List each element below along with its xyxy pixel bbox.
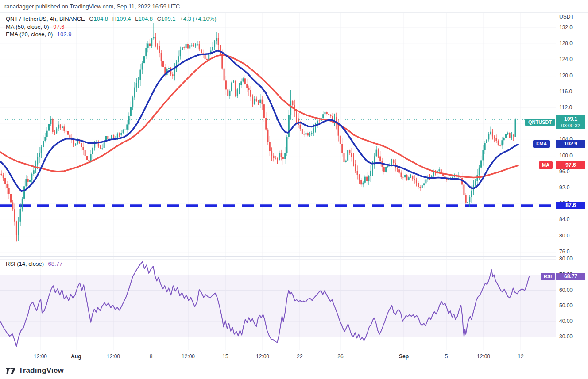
price-tick-label: 116.0: [559, 88, 572, 95]
time-tick-label: 8: [150, 353, 153, 360]
price-tick-label: 84.0: [559, 216, 569, 222]
brand-name[interactable]: TradingView: [19, 366, 64, 375]
price-tick-label: 112.0: [559, 104, 572, 111]
rsi-tick-label: 40.00: [559, 318, 573, 324]
time-tick-label: 12:00: [182, 353, 195, 360]
footer-divider: [0, 363, 588, 363]
legend-symbol-row[interactable]: QNT / TetherUS, 4h, BINANCE O104.8 H109.…: [6, 15, 217, 22]
support-price-badge: 87.6: [556, 202, 585, 209]
time-tick-label: 15: [222, 353, 228, 360]
last-price-badge: 109.1 03:00:32: [556, 115, 585, 129]
tradingview-logo-icon[interactable]: [5, 367, 15, 375]
rsi-pill: RSI: [541, 273, 555, 280]
rsi-value-badge: 68.77: [556, 273, 585, 280]
rsi-tick-label: 30.00: [559, 333, 573, 340]
candle-countdown: 03:00:32: [556, 123, 585, 129]
time-tick-label: 12: [518, 353, 523, 360]
ema-price-badge: 102.9: [556, 140, 585, 148]
price-tick-label: 128.0: [559, 40, 573, 46]
legend-open-label: O: [89, 15, 93, 22]
pane-separator[interactable]: [0, 256, 556, 257]
ma-pill: MA: [539, 161, 553, 169]
time-tick-label: 12:00: [107, 353, 120, 360]
ma-price-badge: 97.6: [556, 161, 585, 169]
rsi-tick-label: 80.00: [559, 256, 573, 262]
legend-open-value: 104.8: [93, 15, 108, 22]
time-tick-label: 12:00: [34, 353, 47, 360]
legend-ema-label: EMA (20, close, 0): [6, 31, 53, 38]
chart-plot-surface[interactable]: [0, 13, 588, 363]
legend-ema-row[interactable]: EMA (20, close, 0) 102.9: [6, 31, 71, 38]
price-tick-label: 100.0: [559, 153, 573, 159]
legend-ma-label: MA (50, close, 0): [6, 23, 49, 30]
legend-ma-value: 97.6: [53, 23, 64, 30]
legend-rsi-label: RSI (14, close): [6, 260, 44, 267]
time-tick-label: 12:00: [477, 353, 490, 360]
legend-rsi-row[interactable]: RSI (14, close) 68.77: [6, 260, 62, 267]
brand-footer: TradingView: [5, 366, 64, 375]
legend-close-label: C: [157, 15, 161, 22]
legend-rsi-value: 68.77: [48, 260, 63, 267]
time-tick-label: 5: [445, 353, 448, 360]
legend-change: +4.3 (+4.10%): [180, 15, 216, 22]
legend-close-value: 109.1: [161, 15, 176, 22]
legend-ma-row[interactable]: MA (50, close, 0) 97.6: [6, 23, 64, 30]
time-tick-label: Aug: [71, 353, 81, 360]
rsi-tick-label: 50.00: [559, 302, 573, 309]
last-price-value: 109.1: [556, 116, 585, 123]
time-tick-label: Sep: [399, 353, 409, 360]
time-axis-border: [0, 350, 588, 350]
price-tick-label: 80.0: [559, 233, 569, 239]
legend-high-label: H: [112, 15, 116, 22]
legend-ema-value: 102.9: [57, 31, 72, 38]
time-tick-label: 22: [297, 353, 302, 360]
price-tick-label: 92.0: [559, 184, 569, 191]
chart-frame: QNT / TetherUS, 4h, BINANCE O104.8 H109.…: [0, 12, 588, 363]
rsi-tick-label: 60.00: [559, 287, 573, 293]
price-tick-label: 132.0: [559, 24, 573, 31]
time-tick-label: 12:00: [256, 353, 269, 360]
price-tick-label: 124.0: [559, 56, 573, 62]
price-tick-label: 76.0: [559, 249, 569, 255]
ema-pill: EMA: [533, 140, 550, 148]
time-tick-label: 26: [337, 353, 343, 360]
price-tick-label: 120.0: [559, 73, 573, 79]
tradingview-published-chart: ranadagger published on TradingView.com,…: [0, 0, 588, 379]
legend-low-value: 104.8: [138, 15, 153, 22]
price-tick-label: 96.0: [559, 168, 569, 175]
published-byline: ranadagger published on TradingView.com,…: [4, 3, 180, 10]
symbol-pill: QNTUSDT: [525, 119, 555, 126]
price-axis-unit: USDT: [559, 14, 574, 20]
legend-symbol: QNT / TetherUS, 4h, BINANCE: [6, 15, 85, 22]
legend-high-value: 109.4: [116, 15, 131, 22]
